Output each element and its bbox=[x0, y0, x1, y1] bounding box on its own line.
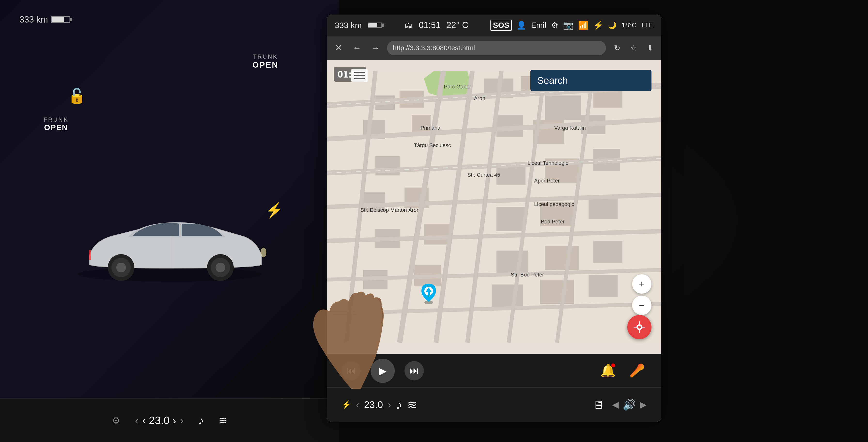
tablet-panel: 333 km 🗂 01:51 22° C SOS 👤 Emil ⚙ 📷 📶 ⚡ … bbox=[327, 14, 661, 422]
browser-actions: ↻ ☆ ⬇ bbox=[611, 42, 656, 54]
vol-increase-btn[interactable]: ▶ bbox=[640, 400, 647, 410]
heat-icon[interactable]: ≋ bbox=[407, 397, 418, 412]
zoom-in-btn[interactable]: + bbox=[632, 274, 651, 294]
svg-point-6 bbox=[216, 263, 225, 272]
media-controls-row: ⏮ ▶ ⏭ 🔔 🎤 bbox=[327, 354, 661, 388]
svg-rect-16 bbox=[545, 95, 581, 120]
android-time: 01:51 bbox=[419, 20, 440, 30]
map-label-aron: Áron bbox=[474, 95, 485, 101]
tesla-km-display: 333 km bbox=[20, 14, 70, 25]
temp-control[interactable]: ‹ ‹ 23.0 › › bbox=[135, 414, 184, 426]
browser-star-btn[interactable]: ☆ bbox=[627, 42, 640, 54]
tesla-panel: 333 km TRUNK OPEN 🔓 FRUNK OPEN bbox=[0, 0, 339, 442]
map-area[interactable]: 01:51 Search Parc Gabor Áron Primăria Tâ… bbox=[327, 60, 661, 354]
svg-rect-40 bbox=[540, 279, 574, 304]
lock-icon: 🔓 bbox=[68, 87, 86, 105]
svg-point-8 bbox=[260, 248, 267, 257]
browser-back-btn[interactable]: ← bbox=[350, 41, 364, 55]
settings-icon[interactable]: ⚙ bbox=[551, 20, 558, 30]
bluetooth-icon: ⚡ bbox=[593, 20, 603, 30]
status-center: 🗂 01:51 22° C bbox=[404, 20, 468, 30]
map-label-varga: Varga Katalin bbox=[554, 125, 586, 131]
temp-icon-left: ⚡ bbox=[341, 400, 351, 409]
tab-icon: 🗂 bbox=[404, 20, 413, 30]
map-menu-button[interactable] bbox=[351, 69, 368, 82]
android-status-bar: 333 km 🗂 01:51 22° C SOS 👤 Emil ⚙ 📷 📶 ⚡ … bbox=[327, 14, 661, 36]
browser-download-btn[interactable]: ⬇ bbox=[644, 42, 656, 54]
notification-btn[interactable]: 🔔 bbox=[598, 361, 618, 380]
play-pause-btn[interactable]: ▶ bbox=[371, 359, 395, 383]
location-icon bbox=[632, 320, 646, 334]
svg-rect-36 bbox=[593, 241, 622, 263]
battery-fill bbox=[52, 17, 64, 22]
svg-rect-31 bbox=[589, 197, 618, 219]
system-controls-row: ⚡ ‹ 23.0 › ♪ ≋ 🖥 ◀ 🔊 ▶ bbox=[327, 388, 661, 422]
music-note-btn[interactable]: ♪ bbox=[396, 397, 402, 412]
android-temp: 22° C bbox=[446, 20, 468, 30]
map-label-liceul-pedagogic: Liceul pedagogic bbox=[534, 201, 574, 207]
moon-icon: 🌙 bbox=[608, 21, 617, 29]
mic-btn[interactable]: 🎤 bbox=[627, 361, 647, 380]
nav-marker-svg bbox=[419, 283, 438, 304]
music-note-icon: ♪ bbox=[198, 414, 204, 427]
svg-rect-29 bbox=[496, 207, 526, 231]
menu-line-3 bbox=[354, 78, 365, 79]
svg-rect-35 bbox=[545, 246, 579, 270]
android-battery-fill bbox=[368, 23, 378, 27]
map-label-str-bod-peter: Str. Bod Péter bbox=[511, 272, 544, 278]
map-zoom-controls: + − bbox=[632, 274, 651, 315]
camera-icon[interactable]: 📷 bbox=[563, 20, 573, 30]
zoom-out-btn[interactable]: − bbox=[632, 296, 651, 315]
sys-temp-value: 23.0 bbox=[364, 399, 383, 410]
svg-rect-9 bbox=[89, 250, 91, 260]
notification-dot bbox=[611, 363, 615, 367]
map-label-episcop: Str. Episcop Márton Áron bbox=[361, 207, 420, 213]
lightning-icon: ⚡ bbox=[265, 202, 283, 219]
km-value: 333 km bbox=[20, 14, 48, 25]
map-label-targu: Târgu Secuiesc bbox=[414, 142, 451, 149]
tesla-bottom-bar: ⚙ ‹ ‹ 23.0 › › ♪ ≋ bbox=[0, 399, 339, 442]
svg-point-3 bbox=[116, 263, 126, 272]
map-label-primaria: Primăria bbox=[421, 125, 440, 131]
battery-indicator bbox=[51, 16, 70, 23]
car-svg bbox=[61, 187, 279, 303]
menu-line-2 bbox=[354, 75, 365, 76]
volume-control[interactable]: ◀ 🔊 ▶ bbox=[612, 399, 647, 411]
location-button[interactable] bbox=[627, 315, 651, 339]
vol-icon: 🔊 bbox=[623, 399, 636, 411]
temp-increase-btn[interactable]: › bbox=[180, 414, 184, 426]
browser-close-btn[interactable]: ✕ bbox=[332, 41, 345, 55]
media-buttons: ⏮ ▶ ⏭ bbox=[341, 359, 424, 383]
map-label-bod-peter: Bod Peter bbox=[541, 218, 564, 225]
browser-forward-btn[interactable]: → bbox=[369, 41, 382, 55]
frunk-label: FRUNK OPEN bbox=[43, 116, 68, 132]
url-text: http://3.3.3.3:8080/test.html bbox=[393, 44, 475, 52]
next-track-btn[interactable]: ⏭ bbox=[404, 361, 424, 380]
menu-line-1 bbox=[354, 72, 365, 73]
svg-rect-39 bbox=[492, 285, 523, 309]
search-box[interactable]: Search bbox=[530, 70, 651, 91]
trunk-label-text: TRUNK bbox=[252, 53, 279, 60]
browser-url-bar[interactable]: http://3.3.3.3:8080/test.html bbox=[387, 41, 606, 55]
volume-controls: 🖥 ◀ 🔊 ▶ bbox=[593, 398, 647, 411]
sys-temp-decrease-btn[interactable]: ‹ bbox=[356, 399, 359, 410]
prev-track-btn[interactable]: ⏮ bbox=[341, 361, 361, 380]
svg-rect-33 bbox=[424, 224, 451, 244]
tablet-bottom-bar: ⏮ ▶ ⏭ 🔔 🎤 ⚡ ‹ 23.0 › bbox=[327, 354, 661, 422]
search-label: Search bbox=[537, 75, 568, 86]
trunk-status: OPEN bbox=[252, 60, 279, 69]
trunk-label: TRUNK OPEN bbox=[252, 53, 279, 69]
temp-decrease-btn[interactable]: ‹ bbox=[135, 414, 138, 426]
map-label-parc-gabor: Parc Gabor bbox=[444, 84, 471, 90]
display-icon: 🖥 bbox=[593, 398, 604, 411]
svg-point-0 bbox=[78, 267, 261, 282]
system-temp-control[interactable]: ‹ 23.0 › bbox=[356, 399, 391, 410]
sys-temp-increase-btn[interactable]: › bbox=[388, 399, 391, 410]
user-icon: 👤 bbox=[517, 21, 526, 30]
vol-decrease-btn[interactable]: ◀ bbox=[612, 400, 619, 410]
lte-signal: LTE bbox=[642, 21, 653, 29]
frunk-status: OPEN bbox=[43, 123, 68, 132]
browser-refresh-btn[interactable]: ↻ bbox=[611, 42, 623, 54]
right-controls: 🔔 🎤 bbox=[598, 361, 647, 380]
svg-rect-34 bbox=[496, 251, 528, 275]
